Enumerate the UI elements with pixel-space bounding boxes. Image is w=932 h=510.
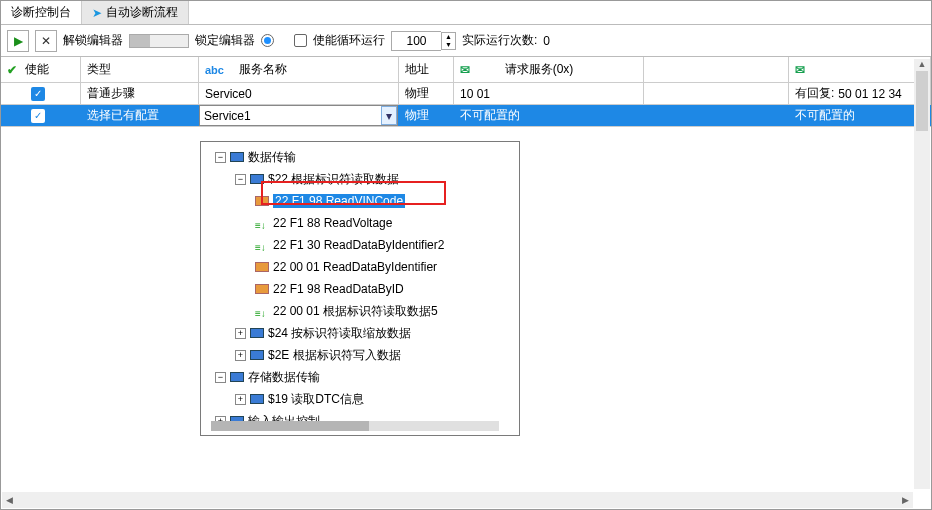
loop-count-input[interactable]: [391, 31, 441, 51]
tree-node[interactable]: 存储数据传输: [203, 366, 517, 388]
item-icon: [255, 262, 269, 272]
service-input[interactable]: [199, 105, 398, 126]
row-enable-checkbox[interactable]: ✓: [31, 109, 45, 123]
cell-request: 不可配置的: [454, 105, 644, 126]
tree-node[interactable]: 22 F1 98 ReadDataByID: [203, 278, 517, 300]
tree-node-readvincode[interactable]: 22 F1 98 ReadVINCode: [203, 190, 517, 212]
service-tree-popup: 数据传输 $22 根据标识符读取数据 22 F1 98 ReadVINCode …: [200, 141, 520, 436]
service-icon: [250, 328, 264, 338]
cell-addr[interactable]: 物理: [399, 105, 454, 126]
col-spacer: [644, 57, 789, 82]
stop-button[interactable]: ✕: [35, 30, 57, 52]
item-icon: [255, 284, 269, 294]
collapse-icon[interactable]: [215, 372, 226, 383]
collapse-icon[interactable]: [235, 174, 246, 185]
cell-spacer: [644, 83, 789, 104]
tree-node[interactable]: 数据传输: [203, 146, 517, 168]
v-scrollbar[interactable]: ▲: [914, 59, 930, 489]
col-service[interactable]: abc 服务名称: [199, 57, 399, 82]
run-button[interactable]: ▶: [7, 30, 29, 52]
scrollbar-thumb[interactable]: [916, 71, 928, 131]
chevron-down-icon[interactable]: ▾: [381, 106, 397, 125]
send-icon: ➤: [92, 6, 102, 20]
scroll-left-icon[interactable]: ◀: [2, 495, 17, 505]
col-response[interactable]: ✉: [789, 57, 931, 82]
tree-node[interactable]: 22 F1 30 ReadDataByIdentifier2: [203, 234, 517, 256]
service-icon: [250, 350, 264, 360]
loop-count-up[interactable]: ▲: [442, 33, 455, 41]
row-enable-checkbox[interactable]: ✓: [31, 87, 45, 101]
tree-node[interactable]: $19 读取DTC信息: [203, 388, 517, 410]
enable-loop-label: 使能循环运行: [313, 32, 385, 49]
tab-console[interactable]: 诊断控制台: [1, 1, 82, 24]
loop-count-stepper[interactable]: ▲▼: [391, 31, 456, 51]
cell-request[interactable]: 10 01: [454, 83, 644, 104]
lock-editor-radio[interactable]: [261, 34, 274, 47]
item-icon: [255, 218, 269, 228]
item-icon: [255, 196, 269, 206]
cell-response: 不可配置的: [789, 105, 931, 126]
cell-spacer: [644, 105, 789, 126]
run-count-value: 0: [543, 34, 550, 48]
tree-node[interactable]: $24 按标识符读取缩放数据: [203, 322, 517, 344]
col-type[interactable]: 类型: [81, 57, 199, 82]
enable-loop-checkbox[interactable]: [294, 34, 307, 47]
col-request[interactable]: ✉ 请求服务(0x): [454, 57, 644, 82]
expand-icon[interactable]: [235, 328, 246, 339]
scroll-right-icon[interactable]: ▶: [898, 495, 913, 505]
cell-service-dropdown[interactable]: ▾: [199, 105, 399, 126]
lock-editor-label: 锁定编辑器: [195, 32, 255, 49]
check-icon: [7, 63, 21, 77]
item-icon: [255, 240, 269, 250]
tab-auto-flow[interactable]: ➤自动诊断流程: [82, 1, 189, 24]
cell-type[interactable]: 选择已有配置: [81, 105, 199, 126]
run-count-label: 实际运行次数:: [462, 32, 537, 49]
tree-node[interactable]: 22 00 01 ReadDataByIdentifier: [203, 256, 517, 278]
envelope-icon: ✉: [460, 63, 470, 77]
slider-knob[interactable]: [130, 35, 150, 47]
unlock-editor-label: 解锁编辑器: [63, 32, 123, 49]
scrollbar-thumb[interactable]: [211, 421, 369, 431]
editor-lock-slider[interactable]: [129, 34, 189, 48]
expand-icon[interactable]: [235, 394, 246, 405]
loop-count-down[interactable]: ▼: [442, 41, 455, 49]
service-icon: [250, 174, 264, 184]
expand-icon[interactable]: [235, 350, 246, 361]
service-icon: [250, 394, 264, 404]
cell-response[interactable]: 有回复:50 01 12 34: [789, 83, 931, 104]
table-row[interactable]: ✓ 选择已有配置 ▾ 物理 不可配置的 不可配置的: [1, 105, 931, 127]
col-address[interactable]: 地址: [399, 57, 454, 82]
group-icon: [230, 372, 244, 382]
item-icon: [255, 306, 269, 316]
col-enable[interactable]: 使能: [1, 57, 81, 82]
cell-type[interactable]: 普通步骤: [81, 83, 199, 104]
tree-node[interactable]: $2E 根据标识符写入数据: [203, 344, 517, 366]
table-row[interactable]: ✓ 普通步骤 Service0 物理 10 01 有回复:50 01 12 34: [1, 83, 931, 105]
tab-auto-flow-label: 自动诊断流程: [106, 4, 178, 21]
tree-h-scrollbar[interactable]: [211, 421, 499, 431]
cell-service[interactable]: Service0: [199, 83, 399, 104]
collapse-icon[interactable]: [215, 152, 226, 163]
cell-addr[interactable]: 物理: [399, 83, 454, 104]
tree-node[interactable]: 22 F1 88 ReadVoltage: [203, 212, 517, 234]
abc-icon: abc: [205, 64, 224, 76]
tree-node[interactable]: $22 根据标识符读取数据: [203, 168, 517, 190]
envelope-icon: ✉: [795, 63, 805, 77]
h-scrollbar[interactable]: ◀▶: [2, 492, 913, 508]
group-icon: [230, 152, 244, 162]
tree-node[interactable]: 22 00 01 根据标识符读取数据5: [203, 300, 517, 322]
scroll-up-icon[interactable]: ▲: [914, 59, 930, 69]
